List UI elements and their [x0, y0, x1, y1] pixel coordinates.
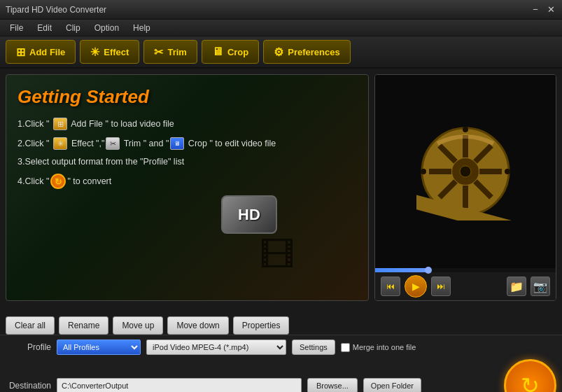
film-reel-small-icon: 🎞	[260, 235, 295, 276]
svg-point-2	[460, 166, 471, 177]
svg-point-14	[505, 169, 510, 174]
trim-button[interactable]: ✂ Trim	[143, 40, 197, 64]
merge-checkbox[interactable]	[341, 343, 350, 352]
clear-all-button[interactable]: Clear all	[6, 316, 55, 335]
toolbar: ⊞ Add File ✳ Effect ✂ Trim 🖥 Crop ⚙ Pref…	[0, 36, 562, 69]
open-folder-button[interactable]: Open Folder	[363, 378, 421, 393]
crop-button[interactable]: 🖥 Crop	[202, 40, 259, 64]
destination-label: Destination	[6, 381, 51, 391]
step-4: 4.Click " ↻ " to convert	[17, 174, 357, 189]
step-3: 3.Select output format from the "Profile…	[17, 157, 357, 167]
menu-option[interactable]: Option	[89, 22, 125, 34]
rewind-button[interactable]: ⏮	[381, 276, 400, 296]
destination-row: Destination Browse... Open Folder ↻	[6, 359, 556, 392]
title-bar: Tipard HD Video Converter − ✕	[0, 0, 562, 20]
profile-select[interactable]: All Profiles	[57, 340, 141, 355]
hd-badge: HD	[221, 195, 277, 234]
merge-label: Merge into one file	[353, 343, 416, 351]
step2-effect-icon: ✳	[53, 137, 67, 150]
open-folder-icon[interactable]: 📁	[507, 276, 526, 296]
step2-scissors-icon: ✂	[106, 137, 120, 150]
snapshot-icon[interactable]: 📷	[531, 276, 550, 296]
preview-screen	[375, 75, 556, 268]
app-title: Tipard HD Video Converter	[6, 5, 106, 15]
browse-button[interactable]: Browse...	[307, 378, 358, 393]
bottom-controls: Profile All Profiles iPod Video MPEG-4 (…	[0, 335, 562, 392]
film-reel-preview-icon	[416, 122, 514, 220]
main-content: Getting Started 1.Click " ⊞ Add File " t…	[0, 69, 562, 307]
step-1: 1.Click " ⊞ Add File " to load video fil…	[17, 118, 357, 130]
preferences-button[interactable]: ⚙ Preferences	[263, 40, 350, 64]
add-file-icon: ⊞	[16, 46, 25, 59]
player-controls: ⏮ ▶ ⏭ 📁 📷	[375, 272, 556, 300]
profile-label: Profile	[6, 342, 51, 352]
convert-button[interactable]: ↻	[504, 359, 556, 392]
profile-row: Profile All Profiles iPod Video MPEG-4 (…	[6, 340, 556, 355]
step4-convert-icon: ↻	[50, 174, 66, 189]
close-button[interactable]: ✕	[545, 4, 556, 15]
properties-button[interactable]: Properties	[233, 316, 290, 335]
play-button[interactable]: ▶	[405, 275, 427, 298]
fast-forward-button[interactable]: ⏭	[431, 276, 451, 296]
rename-button[interactable]: Rename	[59, 316, 108, 335]
preview-panel: ⏮ ▶ ⏭ 📁 📷	[374, 74, 556, 301]
effect-icon: ✳	[90, 46, 99, 59]
window-controls: − ✕	[530, 4, 556, 15]
step1-addfile-icon: ⊞	[53, 118, 67, 130]
getting-started-panel: Getting Started 1.Click " ⊞ Add File " t…	[6, 74, 369, 301]
add-file-button[interactable]: ⊞ Add File	[6, 40, 76, 64]
scissors-icon: ✂	[154, 46, 163, 59]
getting-started-title: Getting Started	[17, 86, 357, 108]
svg-point-11	[463, 127, 468, 132]
gear-icon: ⚙	[274, 46, 283, 59]
progress-bar	[375, 268, 429, 272]
destination-input[interactable]	[57, 378, 302, 393]
menu-bar: File Edit Clip Option Help	[0, 20, 562, 36]
action-buttons-row: Clear all Rename Move up Move down Prope…	[0, 312, 562, 335]
step-2: 2.Click " ✳ Effect "," ✂ Trim " and " 🖥 …	[17, 137, 357, 150]
convert-button-container: ↻	[504, 359, 556, 392]
menu-edit[interactable]: Edit	[31, 22, 57, 34]
settings-button[interactable]: Settings	[292, 340, 335, 355]
crop-icon: 🖥	[212, 46, 223, 58]
minimize-button[interactable]: −	[530, 4, 541, 15]
effect-button[interactable]: ✳ Effect	[80, 40, 139, 64]
move-up-button[interactable]: Move up	[113, 316, 163, 335]
svg-point-13	[421, 169, 426, 174]
move-down-button[interactable]: Move down	[167, 316, 228, 335]
merge-checkbox-row: Merge into one file	[341, 343, 416, 352]
menu-help[interactable]: Help	[127, 22, 156, 34]
format-select[interactable]: iPod Video MPEG-4 (*.mp4)	[146, 340, 286, 355]
step2-monitor-icon: 🖥	[170, 137, 184, 150]
menu-clip[interactable]: Clip	[60, 22, 86, 34]
menu-file[interactable]: File	[4, 22, 29, 34]
